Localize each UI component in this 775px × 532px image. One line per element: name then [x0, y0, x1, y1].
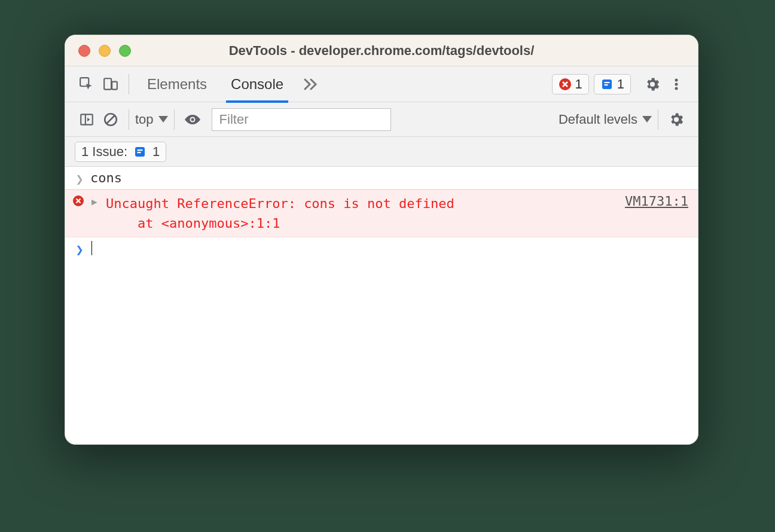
- issues-count: 1: [617, 77, 624, 92]
- error-message: Uncaught ReferenceError: cons is not def…: [106, 194, 611, 233]
- inspect-element-icon[interactable]: [75, 72, 99, 96]
- chevron-down-icon: [642, 116, 652, 123]
- issues-label: 1 Issue:: [81, 144, 127, 160]
- svg-rect-2: [112, 81, 117, 89]
- maximize-window-button[interactable]: [119, 45, 131, 57]
- issue-icon: [600, 78, 614, 91]
- console-error-row: ▶ Uncaught ReferenceError: cons is not d…: [65, 189, 698, 237]
- console-prompt[interactable]: ❯: [65, 237, 698, 259]
- live-expression-eye-icon[interactable]: [181, 108, 205, 132]
- show-console-sidebar-icon[interactable]: [75, 108, 99, 132]
- console-body: ❯ cons ▶ Uncaught ReferenceError: cons i…: [65, 167, 698, 259]
- svg-rect-5: [604, 82, 609, 83]
- error-disclosure-triangle[interactable]: ▶: [91, 196, 97, 207]
- errors-badge[interactable]: 1: [552, 74, 589, 94]
- input-chevron-icon: ❯: [72, 172, 87, 186]
- text-caret: [91, 241, 92, 255]
- window-title: DevTools - developer.chrome.com/tags/dev…: [65, 43, 698, 59]
- minimize-window-button[interactable]: [99, 45, 111, 57]
- filter-input[interactable]: [212, 108, 391, 131]
- tab-elements[interactable]: Elements: [135, 66, 219, 102]
- errors-count: 1: [575, 77, 582, 92]
- log-levels-label: Default levels: [559, 112, 637, 127]
- svg-line-13: [107, 115, 115, 123]
- console-input-text: cons: [90, 170, 122, 185]
- divider: [129, 109, 129, 130]
- context-selector[interactable]: top: [135, 112, 168, 127]
- svg-rect-18: [138, 152, 141, 153]
- console-input-echo: ❯ cons: [65, 167, 698, 189]
- settings-gear-icon[interactable]: [640, 72, 664, 96]
- close-window-button[interactable]: [78, 45, 90, 57]
- kebab-menu-icon[interactable]: [664, 72, 688, 96]
- issues-chip-count: 1: [152, 144, 160, 160]
- issues-bar: 1 Issue: 1: [65, 137, 698, 167]
- issue-icon: [133, 145, 147, 158]
- svg-rect-1: [104, 78, 111, 89]
- traffic-lights: [65, 45, 131, 57]
- titlebar: DevTools - developer.chrome.com/tags/dev…: [65, 35, 698, 66]
- divider: [658, 109, 658, 130]
- issues-chip[interactable]: 1 Issue: 1: [75, 142, 166, 162]
- svg-rect-10: [81, 114, 93, 124]
- error-source-link[interactable]: VM1731:1: [611, 194, 688, 233]
- svg-point-7: [675, 78, 678, 81]
- main-toolbar: Elements Console 1 1: [65, 66, 698, 102]
- svg-point-15: [191, 118, 194, 121]
- divider: [174, 109, 175, 130]
- console-settings-gear-icon[interactable]: [664, 108, 688, 132]
- console-toolbar: top Default levels: [65, 102, 698, 137]
- clear-console-icon[interactable]: [99, 108, 123, 132]
- more-tabs-icon[interactable]: [299, 72, 323, 96]
- chevron-down-icon: [158, 116, 168, 123]
- divider: [129, 74, 129, 94]
- issues-badge[interactable]: 1: [594, 74, 631, 94]
- tab-console[interactable]: Console: [219, 66, 295, 102]
- svg-rect-6: [604, 84, 608, 85]
- svg-point-9: [675, 87, 678, 90]
- device-toolbar-icon[interactable]: [99, 72, 123, 96]
- context-label: top: [135, 112, 154, 127]
- devtools-window: DevTools - developer.chrome.com/tags/dev…: [65, 35, 698, 445]
- prompt-chevron-icon: ❯: [72, 242, 87, 257]
- svg-rect-17: [138, 149, 143, 151]
- error-icon: [559, 78, 572, 91]
- svg-point-8: [675, 82, 678, 85]
- log-levels-selector[interactable]: Default levels: [559, 112, 652, 127]
- error-icon: [72, 195, 87, 207]
